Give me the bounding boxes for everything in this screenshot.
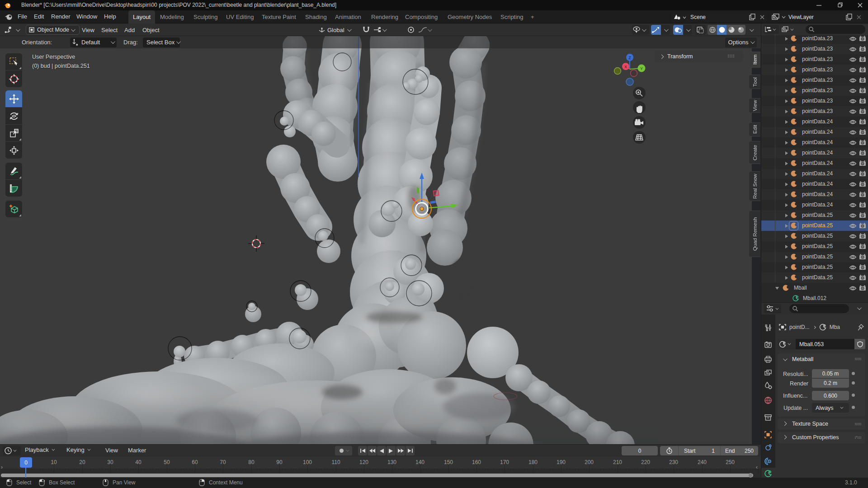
svg-text:X: X <box>624 65 627 69</box>
svg-text:Z: Z <box>628 56 631 60</box>
svg-text:Y: Y <box>640 66 643 71</box>
